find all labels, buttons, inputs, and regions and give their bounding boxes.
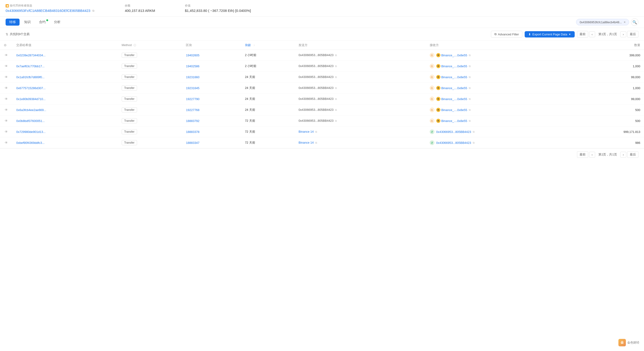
method-badge: Transfer	[122, 118, 137, 123]
amount-cell: 399,000	[576, 50, 644, 61]
tx-hash-link[interactable]: 0x6a3fcb4ee2ae669...	[16, 108, 46, 112]
pagination-prev[interactable]: ‹	[589, 32, 595, 37]
copy-to-icon[interactable]: ⧉	[472, 141, 475, 144]
row-eye-button[interactable]: 👁	[4, 96, 9, 102]
export-button[interactable]: ⬇ Export Current Page Data ▼	[525, 31, 574, 38]
row-eye-button[interactable]: 👁	[4, 64, 9, 69]
table-row: 👁0x729980de901d13...Transfer1888337872 天…	[0, 126, 644, 137]
tab-knowledge[interactable]: 知识	[20, 19, 34, 26]
col-eye: ⚙	[0, 41, 12, 50]
copy-from-icon[interactable]: ⧉	[334, 109, 338, 112]
from-address[interactable]: Binance 14	[298, 141, 314, 144]
binance-icon: B	[436, 86, 440, 90]
copy-from-icon[interactable]: ⧉	[334, 98, 338, 101]
wallet-address[interactable]: 0x43066953FcfC1A88ECB4B48316DEfCE805BB44…	[6, 9, 95, 13]
copy-to-icon[interactable]: ⧉	[468, 54, 471, 57]
binance-icon: B	[436, 75, 440, 79]
to-address[interactable]: Binance_....0x8e55	[441, 65, 467, 68]
copy-to-icon[interactable]: ⧉	[468, 97, 471, 101]
age-cell: 72 天前	[241, 126, 295, 137]
tx-hash-link[interactable]: 0xbef90f4369ddfc3...	[16, 141, 44, 145]
method-badge: Transfer	[122, 64, 137, 69]
block-link[interactable]: 19402586	[186, 65, 200, 68]
binance-icon: B	[436, 97, 440, 101]
to-cell: 出 B Binance_....0x8e55 ⧉	[430, 119, 572, 123]
bottom-pagination-last[interactable]: 最后	[627, 151, 638, 158]
amount-cell: 1,000	[576, 61, 644, 72]
transactions-table: ⚙ 交易哈希值 Method ⓘ 区块 块龄 ↑ 发送方 接收方 数量	[0, 41, 644, 148]
row-eye-button[interactable]: 👁	[4, 53, 9, 58]
method-badge: Transfer	[122, 75, 137, 80]
table-row: 👁0xbef90f4369ddfc3...Transfer1888334772 …	[0, 137, 644, 148]
copy-from-icon[interactable]: ⧉	[314, 141, 318, 145]
tx-hash-link[interactable]: 0x6775715286d307...	[16, 86, 46, 90]
block-link[interactable]: 18883792	[186, 119, 200, 123]
sort-icon: ⇅	[6, 32, 8, 36]
copy-address-icon[interactable]: ⧉	[92, 9, 95, 12]
copy-from-icon[interactable]: ⧉	[334, 65, 338, 68]
copy-from-icon[interactable]: ⧉	[334, 54, 338, 57]
pill-close-icon[interactable]: ×	[624, 20, 626, 24]
block-link[interactable]: 19227790	[186, 97, 200, 101]
to-address[interactable]: Binance_....0x8e55	[441, 75, 467, 79]
copy-from-icon[interactable]: ⧉	[334, 87, 338, 90]
copy-to-icon[interactable]: ⧉	[468, 75, 471, 79]
block-link[interactable]: 19227768	[186, 108, 200, 112]
tx-hash-link[interactable]: 0x7aef63c770bb17...	[16, 65, 44, 68]
bottom-pagination-next[interactable]: ›	[620, 152, 626, 158]
tx-hash-link[interactable]: 0x1e80b09384d710...	[16, 97, 46, 101]
from-address[interactable]: Binance 14	[298, 130, 314, 133]
tag-icon: ▣	[6, 4, 9, 8]
block-link[interactable]: 18883347	[186, 141, 200, 145]
from-address: 0x43066953...805BB4423	[298, 75, 334, 79]
pagination-last[interactable]: 最后	[627, 31, 638, 38]
to-address[interactable]: 0x43066953...805BB4423	[436, 141, 471, 145]
to-address[interactable]: Binance_....0x8e55	[441, 97, 467, 101]
tab-analysis[interactable]: 分析	[50, 19, 64, 26]
to-address[interactable]: Binance_....0x8e55	[441, 54, 467, 57]
advanced-filter-button[interactable]: ⧉ Advanced Filter	[491, 31, 522, 38]
row-eye-button[interactable]: 👁	[4, 129, 9, 134]
copy-to-icon[interactable]: ⧉	[468, 119, 471, 122]
copy-to-icon[interactable]: ⧉	[468, 108, 471, 112]
row-eye-button[interactable]: 👁	[4, 85, 9, 91]
row-eye-button[interactable]: 👁	[4, 118, 9, 123]
pagination-next[interactable]: ›	[620, 32, 626, 37]
tx-hash-link[interactable]: 0x0239e287344034...	[16, 54, 46, 57]
row-eye-button[interactable]: 👁	[4, 140, 9, 145]
row-eye-button[interactable]: 👁	[4, 75, 9, 80]
binance-icon: B	[436, 53, 440, 57]
copy-from-icon[interactable]: ⧉	[334, 119, 338, 123]
age-cell: 72 天前	[241, 137, 295, 148]
block-link[interactable]: 19231660	[186, 75, 200, 79]
block-link[interactable]: 19402605	[186, 54, 200, 57]
pagination-first[interactable]: 最前	[577, 31, 588, 38]
copy-from-icon[interactable]: ⧉	[314, 130, 318, 134]
copy-from-icon[interactable]: ⧉	[334, 76, 338, 79]
copy-to-icon[interactable]: ⧉	[468, 86, 471, 90]
to-address[interactable]: 0x43066953...805BB4423	[436, 130, 471, 134]
block-link[interactable]: 18883378	[186, 130, 200, 134]
bottom-pagination-prev[interactable]: ‹	[589, 152, 595, 158]
copy-to-icon[interactable]: ⧉	[472, 130, 475, 133]
to-address[interactable]: Binance_....0x8e55	[441, 108, 467, 112]
tx-hash-link[interactable]: 0x1a91fcfb7d889f0...	[16, 75, 44, 79]
bottom-pagination-first[interactable]: 最前	[577, 151, 588, 158]
to-address[interactable]: Binance_....0x8e55	[441, 119, 467, 123]
tx-hash-link[interactable]: 0x729980de901d13...	[16, 130, 46, 134]
table-row: 👁0x6a3fcb4ee2ae669...Transfer1922776824 …	[0, 105, 644, 115]
col-block: 区块	[182, 41, 241, 50]
table-row: 👁0x0239e287344034...Transfer194026052 小时…	[0, 50, 644, 61]
tab-contract[interactable]: 合约	[35, 19, 49, 26]
copy-to-icon[interactable]: ⧉	[468, 65, 471, 68]
tab-transfer[interactable]: 转移	[6, 19, 20, 26]
to-address[interactable]: Binance_....0x8e55	[441, 86, 467, 90]
row-eye-button[interactable]: 👁	[4, 107, 9, 112]
block-link[interactable]: 19231645	[186, 86, 200, 90]
tx-hash-link[interactable]: 0x0b8bdf37600051...	[16, 119, 45, 123]
to-cell: 出 B Binance_....0x8e55 ⧉	[430, 108, 572, 112]
search-button[interactable]: 🔍	[631, 18, 638, 26]
col-age[interactable]: 块龄 ↑	[241, 41, 295, 50]
table-row: 👁0x7aef63c770bb17...Transfer194025862 小时…	[0, 61, 644, 72]
contract-check-icon	[46, 19, 48, 22]
